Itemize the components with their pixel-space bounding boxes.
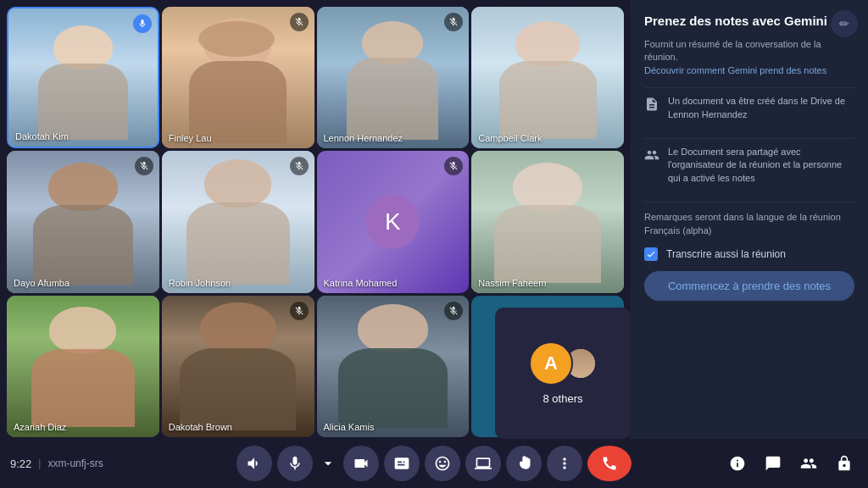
participant-cell-robin-johnson[interactable]: Robin Johnson bbox=[162, 151, 314, 292]
participant-name: Robin Johnson bbox=[169, 278, 231, 288]
participant-name: Dayo Afumba bbox=[14, 278, 70, 288]
camera-button[interactable] bbox=[343, 446, 379, 481]
participant-cell-finley-lau[interactable]: Finley Lau bbox=[162, 7, 314, 148]
participant-cell-katrina-mohamed[interactable]: K Katrina Mohamed bbox=[317, 151, 470, 292]
participant-cell-alicia-kamis[interactable]: Alicia Kamis bbox=[317, 296, 470, 437]
others-main-avatar: A bbox=[529, 341, 573, 385]
mic-muted-icon bbox=[135, 157, 153, 175]
gemini-language-note: Remarques seront dans la langue de la ré… bbox=[644, 202, 854, 237]
participant-name: Nassim Faheem bbox=[478, 278, 546, 288]
info-button[interactable] bbox=[724, 450, 751, 477]
gemini-checkbox-row[interactable]: Transcrire aussi la réunion bbox=[644, 247, 854, 261]
participant-name: Finley Lau bbox=[169, 133, 212, 143]
participant-name: Alicia Kamis bbox=[324, 422, 375, 432]
participant-name: Katrina Mohamed bbox=[324, 278, 398, 288]
mic-options-button[interactable] bbox=[318, 453, 338, 474]
mic-muted-icon bbox=[290, 157, 309, 175]
gemini-checkbox[interactable] bbox=[644, 247, 658, 261]
mic-muted-icon bbox=[290, 302, 309, 320]
chat-button[interactable] bbox=[760, 450, 787, 477]
toolbar-center bbox=[236, 446, 632, 481]
more-options-button[interactable] bbox=[547, 446, 582, 481]
participant-cell-dakotah-brown[interactable]: Dakotah Brown bbox=[162, 296, 314, 437]
gemini-title: Prenez des notes avec Gemini bbox=[644, 14, 854, 28]
gemini-info-text-2: Le Document sera partagé avec l'organisa… bbox=[668, 146, 854, 185]
captions-button[interactable] bbox=[384, 446, 420, 481]
participant-name: Lennon Hernandez bbox=[324, 133, 403, 143]
hand-raise-button[interactable] bbox=[506, 446, 542, 481]
bottom-toolbar: 9:22 | xxm-unfj-srs bbox=[0, 439, 868, 488]
participant-cell-dakotah-kim[interactable]: Dakotah Kim bbox=[7, 7, 159, 148]
participants-button[interactable] bbox=[795, 450, 822, 477]
others-avatars: A bbox=[529, 341, 597, 385]
gemini-panel: ✏ Prenez des notes avec Gemini Fournit u… bbox=[631, 0, 868, 488]
gemini-info-item-1: Un document va être créé dans le Drive d… bbox=[644, 87, 854, 128]
gemini-info-text-1: Un document va être créé dans le Drive d… bbox=[668, 95, 854, 121]
session-code: xxm-unfj-srs bbox=[47, 458, 103, 469]
participant-cell-dayo-afumba[interactable]: Dayo Afumba bbox=[7, 151, 159, 292]
mic-active-icon bbox=[133, 14, 152, 33]
time-display: 9:22 bbox=[10, 458, 31, 470]
participant-name: Campbell Clark bbox=[478, 133, 542, 143]
participant-cell-lennon-hernandez[interactable]: Lennon Hernandez bbox=[317, 7, 470, 148]
mic-muted-icon bbox=[444, 302, 463, 320]
lock-button[interactable] bbox=[831, 450, 858, 477]
mic-muted-icon bbox=[290, 13, 309, 31]
gemini-checkbox-label: Transcrire aussi la réunion bbox=[666, 248, 786, 260]
participant-cell-azariah-diaz[interactable]: Azariah Diaz bbox=[7, 296, 159, 437]
gemini-cta-button[interactable]: Commencez à prendre des notes bbox=[644, 271, 854, 301]
gemini-edit-button[interactable]: ✏ bbox=[831, 10, 858, 37]
mic-button[interactable] bbox=[277, 446, 313, 481]
others-count-label: 8 others bbox=[543, 392, 583, 405]
participant-cell-campbell-clark[interactable]: Campbell Clark bbox=[471, 7, 624, 148]
gemini-subtitle-link[interactable]: Découvrir comment Gemini prend des notes bbox=[644, 65, 826, 75]
separator: | bbox=[38, 458, 41, 469]
participant-cell-nassim-faheem[interactable]: Nassim Faheem bbox=[471, 151, 624, 292]
toolbar-left: 9:22 | xxm-unfj-srs bbox=[10, 458, 103, 470]
main-container: Dakotah Kim Finley Lau bbox=[0, 0, 868, 488]
participant-name: Azariah Diaz bbox=[14, 422, 66, 432]
audio-level-button[interactable] bbox=[236, 446, 272, 481]
end-call-button[interactable] bbox=[587, 446, 632, 481]
others-panel[interactable]: A 8 others bbox=[495, 308, 631, 439]
gemini-subtitle: Fournit un résumé de la conversation de … bbox=[644, 38, 854, 77]
participant-name: Dakotah Kim bbox=[15, 131, 69, 141]
toolbar-right bbox=[724, 450, 858, 477]
gemini-info-item-2: Le Document sera partagé avec l'organisa… bbox=[644, 138, 854, 191]
katrina-avatar: K bbox=[365, 195, 420, 249]
share-icon bbox=[644, 147, 659, 166]
screenshare-button[interactable] bbox=[465, 446, 501, 481]
document-icon bbox=[644, 97, 659, 115]
participant-name: Dakotah Brown bbox=[169, 422, 232, 432]
emoji-button[interactable] bbox=[425, 446, 460, 481]
